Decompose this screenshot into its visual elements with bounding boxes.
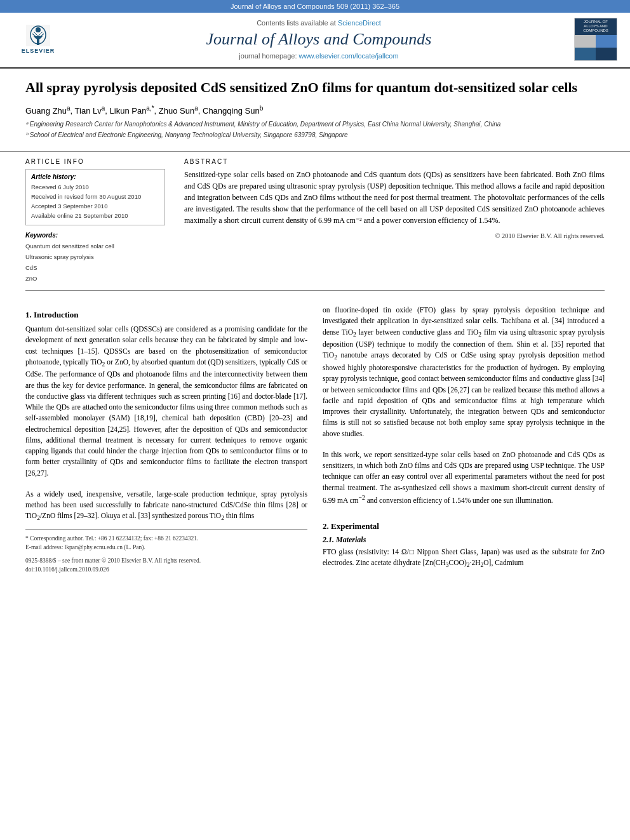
online-date: Available online 21 September 2010 xyxy=(31,211,159,220)
journal-reference-text: Journal of Alloys and Compounds 509 (201… xyxy=(231,3,399,10)
body-left-column: 1. Introduction Quantum dot-sensitized s… xyxy=(25,305,307,574)
received-date: Received 6 July 2010 xyxy=(31,182,159,192)
footnote-corresponding: * Corresponding author. Tel.: +86 21 622… xyxy=(25,534,307,543)
article-info-heading: ARTICLE INFO xyxy=(25,158,165,165)
abstract-text: Sensitized-type solar cells based on ZnO… xyxy=(184,169,605,226)
thumb-block-3 xyxy=(575,48,596,60)
info-abstract-area: ARTICLE INFO Article history: Received 6… xyxy=(0,158,630,284)
footnote-issn: 0925-8388/$ – see front matter © 2010 El… xyxy=(25,556,307,565)
keyword-4: ZnO xyxy=(25,273,165,284)
journal-thumb-blocks xyxy=(575,35,617,60)
affiliation-b: ᵇ School of Electrical and Electronic En… xyxy=(25,130,605,140)
elsevier-tree-icon xyxy=(26,25,50,46)
experimental-section-title: 2. Experimental xyxy=(323,521,605,531)
article-history-block: Article history: Received 6 July 2010 Re… xyxy=(25,169,165,225)
intro-paragraph-2: As a widely used, inexpensive, versatile… xyxy=(25,489,307,523)
journal-title-area: Contents lists available at ScienceDirec… xyxy=(64,19,574,59)
sciencedirect-line: Contents lists available at ScienceDirec… xyxy=(64,19,574,27)
footnote-area: * Corresponding author. Tel.: +86 21 622… xyxy=(25,530,307,552)
body-area: 1. Introduction Quantum dot-sensitized s… xyxy=(0,297,630,582)
abstract-heading: ABSTRACT xyxy=(184,158,605,165)
svg-point-3 xyxy=(36,27,41,32)
elsevier-logo: ELSEVIER xyxy=(13,22,64,57)
keyword-3: CdS xyxy=(25,262,165,273)
keyword-1: Quantum dot sensitized solar cell xyxy=(25,241,165,251)
materials-subsection-title: 2.1. Materials xyxy=(323,535,605,545)
intro-right-paragraph-1: on fluorine-doped tin oxide (FTO) glass … xyxy=(323,305,605,439)
body-right-column: on fluorine-doped tin oxide (FTO) glass … xyxy=(323,305,605,574)
elsevier-wordmark: ELSEVIER xyxy=(22,48,55,54)
footnote-email: E-mail address: lkpan@phy.ecnu.edu.cn (L… xyxy=(25,543,307,552)
journal-title: Journal of Alloys and Compounds xyxy=(64,29,574,49)
history-label: Article history: xyxy=(31,173,159,180)
thumb-block-4 xyxy=(596,48,617,60)
journal-thumbnail: JOURNAL OF ALLOYS AND COMPOUNDS xyxy=(574,18,617,61)
intro-right-paragraph-2: In this work, we report sensitized-type … xyxy=(323,450,605,506)
homepage-link[interactable]: www.elsevier.com/locate/jallcom xyxy=(299,52,399,60)
materials-text: FTO glass (resistivity: 14 Ω/□ Nippon Sh… xyxy=(323,547,605,570)
article-title-area: All spray pyrolysis deposited CdS sensit… xyxy=(0,69,630,152)
affiliation-a: ᵃ Engineering Research Center for Nanoph… xyxy=(25,119,605,129)
revised-date: Received in revised form 30 August 2010 xyxy=(31,192,159,201)
intro-section-title: 1. Introduction xyxy=(25,310,307,320)
journal-header: ELSEVIER Contents lists available at Sci… xyxy=(0,13,630,69)
keywords-section: Keywords: Quantum dot sensitized solar c… xyxy=(25,232,165,284)
footnote-doi: doi:10.1016/j.jallcom.2010.09.026 xyxy=(25,565,307,574)
journal-reference-bar: Journal of Alloys and Compounds 509 (201… xyxy=(0,0,630,13)
copyright-line: © 2010 Elsevier B.V. All rights reserved… xyxy=(184,232,605,239)
intro-paragraph-1: Quantum dot-sensitized solar cells (QDSS… xyxy=(25,324,307,479)
sciencedirect-link[interactable]: ScienceDirect xyxy=(338,19,381,27)
authors: Guang Zhua, Tian Lva, Likun Pana,*, Zhuo… xyxy=(25,105,605,116)
article-info-column: ARTICLE INFO Article history: Received 6… xyxy=(25,158,165,284)
abstract-column: ABSTRACT Sensitized-type solar cells bas… xyxy=(184,158,605,284)
accepted-date: Accepted 3 September 2010 xyxy=(31,201,159,211)
journal-thumb-title: JOURNAL OF ALLOYS AND COMPOUNDS xyxy=(575,18,617,35)
keyword-2: Ultrasonic spray pyrolysis xyxy=(25,251,165,262)
article-title: All spray pyrolysis deposited CdS sensit… xyxy=(25,79,605,97)
keywords-label: Keywords: xyxy=(25,232,165,239)
section-divider xyxy=(25,290,605,291)
thumb-block-1 xyxy=(575,35,596,48)
thumb-block-2 xyxy=(596,35,617,48)
homepage-line: journal homepage: www.elsevier.com/locat… xyxy=(64,52,574,60)
issn-doi-area: 0925-8388/$ – see front matter © 2010 El… xyxy=(25,556,307,575)
elsevier-logo-area: ELSEVIER xyxy=(13,22,64,57)
